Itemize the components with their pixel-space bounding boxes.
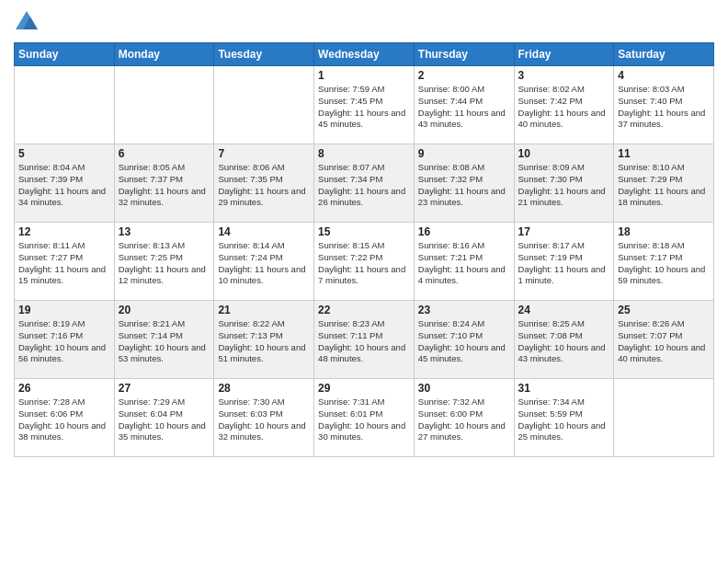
day-number: 7 (218, 147, 310, 160)
day-number: 25 (618, 304, 710, 316)
day-info: Sunrise: 7:31 AM Sunset: 6:01 PM Dayligh… (318, 396, 410, 443)
day-info: Sunrise: 8:18 AM Sunset: 7:17 PM Dayligh… (618, 240, 710, 287)
day-number: 26 (18, 382, 110, 395)
calendar-cell (15, 66, 115, 144)
day-number: 3 (518, 69, 610, 82)
day-number: 20 (119, 304, 210, 316)
calendar-week-row: 26Sunrise: 7:28 AM Sunset: 6:06 PM Dayli… (15, 379, 714, 457)
calendar-cell: 13Sunrise: 8:13 AM Sunset: 7:25 PM Dayli… (114, 223, 214, 301)
calendar-cell: 8Sunrise: 8:07 AM Sunset: 7:34 PM Daylig… (314, 144, 415, 223)
calendar: SundayMondayTuesdayWednesdayThursdayFrid… (14, 42, 714, 457)
day-header: Saturday (614, 43, 714, 66)
header-row: SundayMondayTuesdayWednesdayThursdayFrid… (15, 43, 714, 66)
day-header: Thursday (414, 43, 514, 66)
calendar-cell: 18Sunrise: 8:18 AM Sunset: 7:17 PM Dayli… (614, 223, 714, 301)
calendar-cell: 3Sunrise: 8:02 AM Sunset: 7:42 PM Daylig… (514, 66, 614, 144)
day-number: 22 (318, 304, 410, 316)
calendar-week-row: 19Sunrise: 8:19 AM Sunset: 7:16 PM Dayli… (15, 301, 714, 379)
day-number: 1 (318, 69, 410, 82)
day-number: 19 (18, 304, 110, 316)
day-info: Sunrise: 8:07 AM Sunset: 7:34 PM Dayligh… (318, 162, 410, 209)
calendar-cell: 28Sunrise: 7:30 AM Sunset: 6:03 PM Dayli… (214, 379, 314, 457)
day-number: 9 (418, 147, 510, 160)
day-info: Sunrise: 7:32 AM Sunset: 6:00 PM Dayligh… (418, 396, 510, 443)
calendar-cell (214, 66, 314, 144)
day-number: 2 (418, 69, 510, 82)
calendar-cell: 2Sunrise: 8:00 AM Sunset: 7:44 PM Daylig… (414, 66, 514, 144)
day-header: Tuesday (214, 43, 314, 66)
day-info: Sunrise: 8:21 AM Sunset: 7:14 PM Dayligh… (119, 318, 210, 365)
calendar-week-row: 5Sunrise: 8:04 AM Sunset: 7:39 PM Daylig… (15, 144, 714, 223)
calendar-cell (614, 379, 714, 457)
day-info: Sunrise: 8:23 AM Sunset: 7:11 PM Dayligh… (318, 318, 410, 365)
day-info: Sunrise: 8:02 AM Sunset: 7:42 PM Dayligh… (518, 84, 610, 131)
page: SundayMondayTuesdayWednesdayThursdayFrid… (0, 0, 728, 563)
day-info: Sunrise: 8:14 AM Sunset: 7:24 PM Dayligh… (218, 240, 310, 287)
day-info: Sunrise: 8:11 AM Sunset: 7:27 PM Dayligh… (18, 240, 110, 287)
day-number: 4 (618, 69, 710, 82)
calendar-cell: 7Sunrise: 8:06 AM Sunset: 7:35 PM Daylig… (214, 144, 314, 223)
calendar-cell: 1Sunrise: 7:59 AM Sunset: 7:45 PM Daylig… (314, 66, 415, 144)
day-number: 17 (518, 225, 610, 238)
day-number: 15 (318, 225, 410, 238)
day-number: 23 (418, 304, 510, 316)
day-info: Sunrise: 8:05 AM Sunset: 7:37 PM Dayligh… (119, 162, 210, 209)
day-number: 24 (518, 304, 610, 316)
day-number: 5 (18, 147, 110, 160)
day-number: 13 (119, 225, 210, 238)
calendar-cell: 16Sunrise: 8:16 AM Sunset: 7:21 PM Dayli… (414, 223, 514, 301)
calendar-cell: 22Sunrise: 8:23 AM Sunset: 7:11 PM Dayli… (314, 301, 415, 379)
day-header: Monday (114, 43, 214, 66)
calendar-cell: 9Sunrise: 8:08 AM Sunset: 7:32 PM Daylig… (414, 144, 514, 223)
day-info: Sunrise: 8:03 AM Sunset: 7:40 PM Dayligh… (618, 84, 710, 131)
calendar-cell: 27Sunrise: 7:29 AM Sunset: 6:04 PM Dayli… (114, 379, 214, 457)
calendar-cell: 24Sunrise: 8:25 AM Sunset: 7:08 PM Dayli… (514, 301, 614, 379)
header (14, 9, 714, 35)
calendar-cell: 29Sunrise: 7:31 AM Sunset: 6:01 PM Dayli… (314, 379, 415, 457)
calendar-cell: 19Sunrise: 8:19 AM Sunset: 7:16 PM Dayli… (15, 301, 115, 379)
calendar-cell: 4Sunrise: 8:03 AM Sunset: 7:40 PM Daylig… (614, 66, 714, 144)
calendar-cell: 10Sunrise: 8:09 AM Sunset: 7:30 PM Dayli… (514, 144, 614, 223)
day-number: 8 (318, 147, 410, 160)
day-number: 6 (119, 147, 210, 160)
calendar-cell: 25Sunrise: 8:26 AM Sunset: 7:07 PM Dayli… (614, 301, 714, 379)
day-info: Sunrise: 8:09 AM Sunset: 7:30 PM Dayligh… (518, 162, 610, 209)
day-info: Sunrise: 7:28 AM Sunset: 6:06 PM Dayligh… (18, 396, 110, 443)
day-info: Sunrise: 7:34 AM Sunset: 5:59 PM Dayligh… (518, 396, 610, 443)
calendar-cell: 20Sunrise: 8:21 AM Sunset: 7:14 PM Dayli… (114, 301, 214, 379)
calendar-week-row: 12Sunrise: 8:11 AM Sunset: 7:27 PM Dayli… (15, 223, 714, 301)
day-info: Sunrise: 8:13 AM Sunset: 7:25 PM Dayligh… (119, 240, 210, 287)
day-number: 18 (618, 225, 710, 238)
day-info: Sunrise: 7:59 AM Sunset: 7:45 PM Dayligh… (318, 84, 410, 131)
calendar-cell: 6Sunrise: 8:05 AM Sunset: 7:37 PM Daylig… (114, 144, 214, 223)
day-info: Sunrise: 8:15 AM Sunset: 7:22 PM Dayligh… (318, 240, 410, 287)
day-number: 29 (318, 382, 410, 395)
day-number: 31 (518, 382, 610, 395)
day-info: Sunrise: 8:24 AM Sunset: 7:10 PM Dayligh… (418, 318, 510, 365)
day-info: Sunrise: 8:19 AM Sunset: 7:16 PM Dayligh… (18, 318, 110, 365)
calendar-cell: 23Sunrise: 8:24 AM Sunset: 7:10 PM Dayli… (414, 301, 514, 379)
day-info: Sunrise: 8:00 AM Sunset: 7:44 PM Dayligh… (418, 84, 510, 131)
day-header: Friday (514, 43, 614, 66)
day-number: 28 (218, 382, 310, 395)
day-number: 30 (418, 382, 510, 395)
day-header: Wednesday (314, 43, 415, 66)
day-number: 14 (218, 225, 310, 238)
day-info: Sunrise: 8:10 AM Sunset: 7:29 PM Dayligh… (618, 162, 710, 209)
calendar-cell: 11Sunrise: 8:10 AM Sunset: 7:29 PM Dayli… (614, 144, 714, 223)
logo (14, 9, 43, 35)
day-number: 12 (18, 225, 110, 238)
calendar-cell: 14Sunrise: 8:14 AM Sunset: 7:24 PM Dayli… (214, 223, 314, 301)
day-number: 16 (418, 225, 510, 238)
day-info: Sunrise: 8:06 AM Sunset: 7:35 PM Dayligh… (218, 162, 310, 209)
day-info: Sunrise: 8:17 AM Sunset: 7:19 PM Dayligh… (518, 240, 610, 287)
calendar-cell: 12Sunrise: 8:11 AM Sunset: 7:27 PM Dayli… (15, 223, 115, 301)
calendar-cell: 15Sunrise: 8:15 AM Sunset: 7:22 PM Dayli… (314, 223, 415, 301)
day-info: Sunrise: 8:04 AM Sunset: 7:39 PM Dayligh… (18, 162, 110, 209)
day-number: 11 (618, 147, 710, 160)
calendar-cell: 30Sunrise: 7:32 AM Sunset: 6:00 PM Dayli… (414, 379, 514, 457)
calendar-cell: 21Sunrise: 8:22 AM Sunset: 7:13 PM Dayli… (214, 301, 314, 379)
day-info: Sunrise: 8:08 AM Sunset: 7:32 PM Dayligh… (418, 162, 510, 209)
day-info: Sunrise: 8:16 AM Sunset: 7:21 PM Dayligh… (418, 240, 510, 287)
calendar-cell: 31Sunrise: 7:34 AM Sunset: 5:59 PM Dayli… (514, 379, 614, 457)
